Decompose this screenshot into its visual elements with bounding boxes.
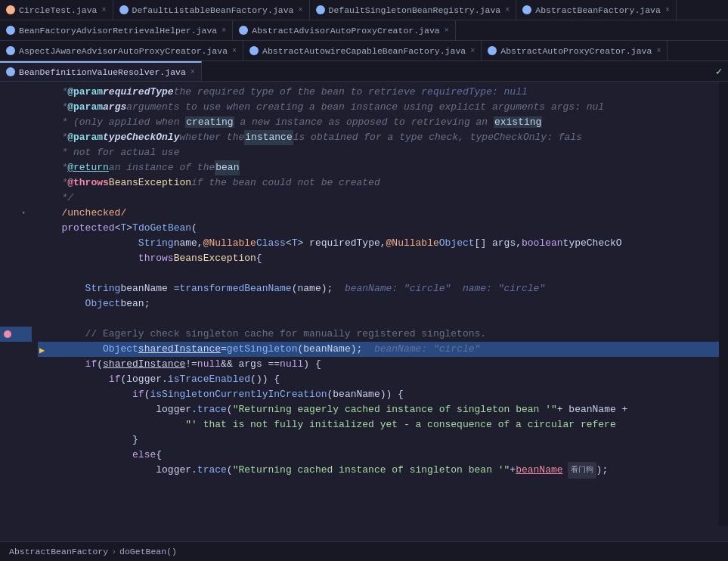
tab-abstract-auto-proxy[interactable]: AbstractAutoProxyCreator.java × [482, 41, 668, 60]
tab-close-abstract-bean[interactable]: × [665, 6, 670, 14]
gutter-line-12 [0, 251, 32, 266]
gutter-line-27 [0, 478, 32, 493]
gutter-line-10 [0, 221, 32, 236]
gutter-line-25 [0, 448, 32, 463]
breadcrumb-method: doGetBean() [119, 547, 177, 556]
tab-icon-aspect-j [6, 46, 15, 55]
tab-bar-row2: BeanFactoryAdvisorRetrievalHelper.java ×… [0, 20, 728, 41]
tab-bar-row4: BeanDefinitionValueResolver.java × ✓ [0, 61, 728, 82]
breadcrumb: AbstractBeanFactory › doGetBean() [9, 547, 177, 556]
code-line-unchecked: /unchecked/ [38, 206, 719, 221]
tab-label-autowire: AbstractAutowireCapableBeanFactory.java [262, 46, 466, 56]
code-line-comment-end: */ [38, 191, 719, 206]
gutter-line-21 [0, 387, 32, 402]
tab-label-abstract-bean: AbstractBeanFactory.java [535, 5, 661, 15]
tab-close-auto-proxy[interactable]: × [656, 47, 661, 55]
gutter-line-20 [0, 372, 32, 387]
code-line-logger-cached: logger.trace("Returning cached instance … [38, 463, 719, 478]
code-line-blank2 [38, 311, 719, 327]
tab-close-autowire[interactable]: × [470, 47, 475, 55]
gutter-line-7 [0, 175, 32, 191]
tab-bean-factory-advisor[interactable]: BeanFactoryAdvisorRetrievalHelper.java × [0, 20, 233, 40]
tab-label-bean-def: BeanDefinitionValueResolver.java [19, 67, 186, 77]
comment-required-type: * [44, 85, 67, 100]
code-line-method-sig: protected <T> T doGetBean( [38, 221, 719, 236]
code-line-comment-throws: * @throws BeansException if the bean cou… [38, 175, 719, 191]
tab-bean-def-resolver[interactable]: BeanDefinitionValueResolver.java × [0, 61, 202, 81]
gutter-line-19 [0, 357, 32, 372]
gutter-line-8 [0, 191, 32, 206]
gutter-line-6 [0, 160, 32, 175]
gutter-line-22 [0, 402, 32, 417]
gutter-line-11 [0, 236, 32, 251]
right-scrollbar[interactable] [719, 82, 728, 526]
code-line-bean-name: String beanName = transformedBeanName(na… [38, 281, 719, 296]
breakpoint-indicator[interactable] [4, 330, 11, 338]
gutter-line-26 [0, 463, 32, 478]
tab-abstract-bean[interactable]: AbstractBeanFactory.java × [516, 0, 677, 20]
code-line-if-shared: if (sharedInstance != null && args == nu… [38, 357, 719, 372]
gutter-line-14 [0, 281, 32, 296]
gutter-line-2 [0, 100, 32, 115]
tab-icon-circle [6, 5, 15, 14]
gutter-line-5 [0, 145, 32, 160]
tab-icon-autowire [249, 46, 259, 55]
tab-label-advisor: BeanFactoryAdvisorRetrievalHelper.java [19, 26, 217, 36]
tab-label-auto-proxy: AbstractAutoProxyCreator.java [500, 46, 652, 56]
code-line-eagerly-comment: // Eagerly check singleton cache for man… [38, 327, 719, 342]
tab-label-aspect-j: AspectJAwareAdvisorAutoProxyCreator.java [19, 46, 228, 56]
code-line-close1: } [38, 432, 719, 448]
tab-close-circle[interactable]: × [102, 6, 107, 14]
code-line-throws: throws BeansException { [38, 251, 719, 266]
tab-aspect-j[interactable]: AspectJAwareAdvisorAutoProxyCreator.java… [0, 41, 243, 60]
tab-icon-abstract-bean [522, 5, 531, 14]
breadcrumb-class: AbstractBeanFactory [9, 547, 108, 556]
code-line-comment-return: * @return an instance of the bean [38, 160, 719, 175]
gutter-line-15 [0, 296, 32, 311]
code-line-comment-4: * @param typeCheckOnly whether the insta… [38, 130, 719, 145]
code-line-shared-instance: ▶ Object sharedInstance = getSingleton(b… [38, 342, 719, 357]
tab-label-singleton: DefaultSingletonBeanRegistry.java [329, 5, 501, 15]
gutter-line-9: ▾ [0, 206, 32, 221]
code-line-if-logger: if (logger.isTraceEnabled()) { [38, 372, 719, 387]
tab-default-singleton[interactable]: DefaultSingletonBeanRegistry.java × [310, 0, 517, 20]
hint-badge: 看门狗 [568, 462, 596, 479]
breadcrumb-separator: › [111, 547, 116, 556]
tab-abstract-advisor-auto[interactable]: AbstractAdvisorAutoProxyCreator.java × [233, 20, 455, 40]
editor-area: ▾ * @param requiredType the required typ… [0, 82, 728, 526]
tab-close-abstract-advisor[interactable]: × [445, 26, 449, 35]
tab-label-abstract-advisor: AbstractAdvisorAutoProxyCreator.java [252, 26, 439, 36]
tab-close-listable[interactable]: × [298, 6, 302, 14]
tab-close-bean-def[interactable]: × [191, 68, 195, 76]
tab-abstract-autowire[interactable]: AbstractAutowireCapableBeanFactory.java … [243, 41, 482, 60]
gutter-line-29 [0, 508, 32, 523]
gutter-line-1 [0, 85, 32, 100]
gutter-line-16 [0, 311, 32, 327]
tab-icon-advisor [6, 26, 15, 35]
tab-circle-test[interactable]: CircleTest.java × [0, 0, 113, 20]
gutter-line-13 [0, 266, 32, 281]
gutter-line-28 [0, 493, 32, 508]
tab-label-listable: DefaultListableBeanFactory.java [132, 5, 294, 15]
checkmark-icon: ✓ [710, 61, 728, 81]
code-line-blank1 [38, 266, 719, 281]
gutter-line-3 [0, 115, 32, 130]
gutter-line-17 [0, 327, 32, 342]
tab-close-aspect-j[interactable]: × [232, 47, 237, 55]
tab-bar-row3: AspectJAwareAdvisorAutoProxyCreator.java… [0, 41, 728, 61]
tab-label-circle: CircleTest.java [19, 5, 98, 15]
tab-default-listable[interactable]: DefaultListableBeanFactory.java × [113, 0, 310, 20]
tab-close-advisor[interactable]: × [221, 26, 226, 35]
code-line-comment-1: * @param requiredType the required type … [38, 85, 719, 100]
code-line-comment-2: * @param args arguments to use when crea… [38, 100, 719, 115]
code-line-logger-trace1: logger.trace("Returning eagerly cached i… [38, 402, 719, 417]
gutter-line-18 [0, 342, 32, 357]
debug-arrow-icon: ▶ [39, 343, 45, 358]
tab-close-singleton[interactable]: × [505, 6, 510, 14]
tab-icon-abstract-advisor [239, 26, 248, 35]
code-line-comment-3: * (only applied when creating a new inst… [38, 115, 719, 130]
tab-icon-listable [119, 5, 129, 14]
gutter-line-24 [0, 432, 32, 448]
param-tag-1: @param [67, 85, 103, 100]
code-line-else: else { [38, 448, 719, 463]
